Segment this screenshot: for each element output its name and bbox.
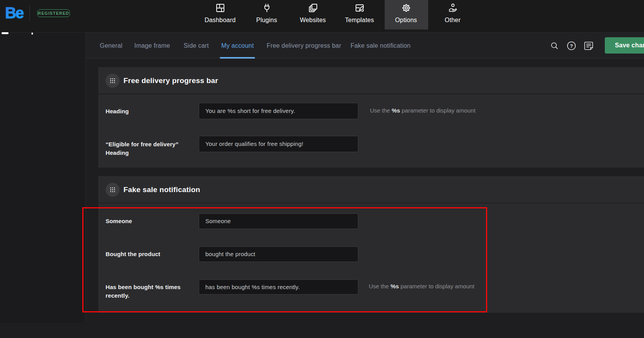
svg-text:?: ?	[570, 43, 573, 49]
